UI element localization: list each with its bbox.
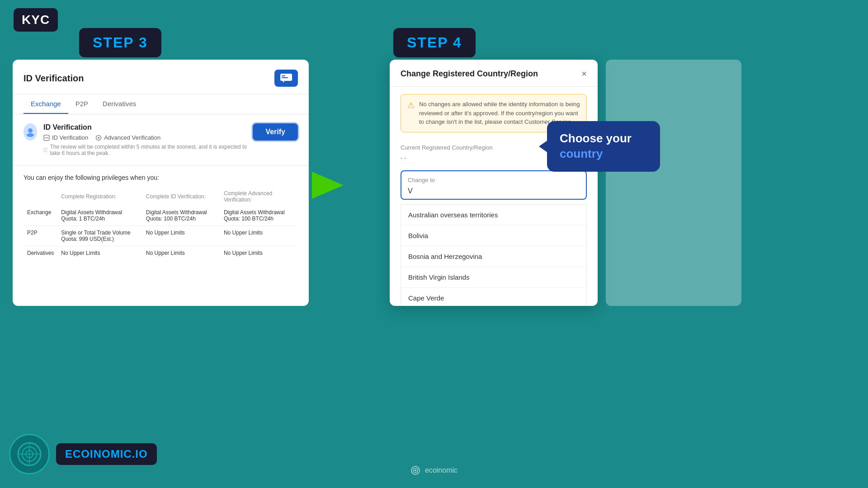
callout-text-normal: Choose your: [560, 131, 632, 145]
country-search-input[interactable]: [408, 187, 580, 199]
logo-area: ECOINOMIC.IO: [9, 434, 157, 474]
col-id-verification: Complete ID Verification:: [142, 188, 220, 206]
logo-text: ECOINOMIC.IO: [56, 443, 157, 465]
tab-bar: Exchange P2P Derivatives: [13, 94, 309, 114]
kyc-badge: KYC: [14, 8, 58, 32]
table-row: P2P Single or Total Trade Volume Quota: …: [24, 226, 298, 246]
country-item[interactable]: Bosnia and Herzegovina: [401, 246, 586, 267]
svg-point-4: [28, 128, 33, 133]
row-reg: No Upper Limits: [57, 246, 142, 260]
footer-brand: ecoinomic: [410, 465, 458, 475]
panel-header: ID Verification: [13, 60, 309, 94]
background-panel: [606, 60, 741, 306]
verify-avatar: [24, 123, 37, 141]
row-label: Exchange: [24, 206, 57, 226]
svg-marker-3: [283, 81, 284, 83]
row-label: Derivatives: [24, 246, 57, 260]
callout-bubble: Choose your country: [547, 121, 660, 172]
svg-text:i: i: [45, 148, 46, 151]
country-item[interactable]: Australian overseas territories: [401, 205, 586, 225]
id-verification-badge: ID Verification: [43, 134, 88, 141]
change-to-label: Change to: [408, 177, 580, 183]
change-country-modal: Change Registered Country/Region × ⚠ No …: [390, 60, 598, 306]
warning-icon: ⚠: [407, 100, 415, 110]
row-reg: Digital Assets Withdrawal Quota: 1 BTC/2…: [57, 206, 142, 226]
col-advanced: Complete Advanced Verification:: [220, 188, 298, 206]
change-to-section[interactable]: Change to: [401, 170, 587, 200]
table-row: Exchange Digital Assets Withdrawal Quota…: [24, 206, 298, 226]
id-verification-panel: ID Verification Exchange P2P Derivatives…: [13, 60, 309, 306]
row-id: No Upper Limits: [142, 226, 220, 246]
verify-info-left: ID Verification ID Verification Advanced…: [24, 123, 253, 156]
modal-title: Change Registered Country/Region: [401, 69, 538, 79]
privileges-title: You can enjoy the following privileges w…: [24, 174, 298, 181]
step4-label: STEP 4: [393, 28, 476, 57]
callout-text-highlight: country: [560, 147, 603, 160]
svg-rect-1: [282, 75, 285, 76]
modal-header: Change Registered Country/Region ×: [390, 60, 598, 87]
row-label: P2P: [24, 226, 57, 246]
advanced-verification-badge: Advanced Verification: [95, 134, 160, 141]
panel-title: ID Verification: [24, 73, 84, 84]
country-item[interactable]: British Virgin Islands: [401, 267, 586, 288]
svg-point-19: [415, 469, 416, 471]
privileges-section: You can enjoy the following privileges w…: [13, 166, 309, 268]
table-row: Derivatives No Upper Limits No Upper Lim…: [24, 246, 298, 260]
svg-point-5: [27, 133, 34, 137]
col-label: [24, 188, 57, 206]
close-button[interactable]: ×: [581, 69, 587, 79]
footer-brand-text: ecoinomic: [425, 466, 458, 474]
verify-heading: ID Verification: [43, 123, 253, 131]
verify-section: ID Verification ID Verification Advanced…: [13, 114, 309, 166]
tab-exchange[interactable]: Exchange: [24, 94, 68, 114]
svg-rect-2: [282, 77, 288, 78]
step3-label: STEP 3: [79, 28, 161, 57]
country-item[interactable]: Cape Verde: [401, 288, 586, 306]
country-dropdown: Australian overseas territoriesBoliviaBo…: [401, 204, 587, 306]
row-adv: No Upper Limits: [220, 226, 298, 246]
row-adv: Digital Assets Withdrawal Quota: 100 BTC…: [220, 206, 298, 226]
verify-badges: ID Verification Advanced Verification: [43, 134, 253, 141]
row-id: Digital Assets Withdrawal Quota: 100 BTC…: [142, 206, 220, 226]
tab-derivatives[interactable]: Derivatives: [95, 94, 143, 114]
verify-button[interactable]: Verify: [253, 123, 298, 141]
tab-p2p[interactable]: P2P: [68, 94, 95, 114]
verify-note: i The review will be completed within 5 …: [43, 144, 253, 156]
country-item[interactable]: Bolivia: [401, 225, 586, 246]
svg-point-9: [98, 137, 99, 139]
verify-info: ID Verification ID Verification Advanced…: [43, 123, 253, 156]
row-id: No Upper Limits: [142, 246, 220, 260]
chat-icon[interactable]: [274, 70, 298, 87]
row-adv: No Upper Limits: [220, 246, 298, 260]
logo-circle: [9, 434, 50, 474]
row-reg: Single or Total Trade Volume Quota: 999 …: [57, 226, 142, 246]
col-registration: Complete Registration:: [57, 188, 142, 206]
arrow-indicator: [312, 172, 357, 199]
privileges-table: Complete Registration: Complete ID Verif…: [24, 188, 298, 260]
